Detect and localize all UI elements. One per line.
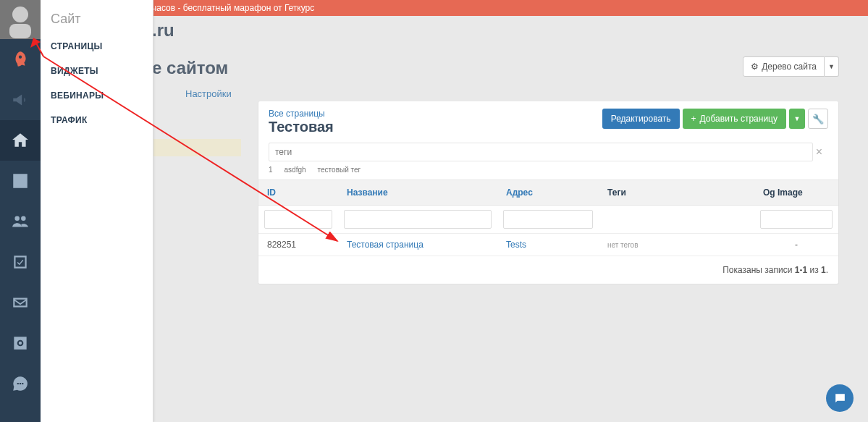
submenu-item-widgets[interactable]: ВИДЖЕТЫ <box>41 59 153 83</box>
submenu-site: Сайт СТРАНИЦЫ ВИДЖЕТЫ ВЕБИНАРЫ ТРАФИК <box>41 0 153 422</box>
tag-chip[interactable]: тестовый тег <box>318 166 361 174</box>
wrench-button[interactable]: 🔧 <box>808 109 828 129</box>
submenu-item-pages[interactable]: СТРАНИЦЫ <box>41 34 153 59</box>
add-page-dropdown[interactable]: ▼ <box>789 109 805 129</box>
add-page-button[interactable]: +Добавить страницу <box>683 109 786 129</box>
page-title: е сайтом <box>152 58 228 78</box>
tag-suggestions: 1 asdfgh тестовый тег <box>269 166 828 174</box>
submenu-item-webinars[interactable]: ВЕБИНАРЫ <box>41 83 153 108</box>
nav-rocket-icon[interactable] <box>0 39 41 80</box>
panel-title: Тестовая <box>269 119 334 135</box>
brand-suffix: .ru <box>152 20 174 41</box>
tags-clear-icon[interactable]: × <box>816 145 822 159</box>
col-tags: Теги <box>599 180 754 206</box>
tags-input[interactable] <box>269 143 813 161</box>
site-tree-label: Дерево сайта <box>762 62 817 72</box>
filter-address-input[interactable] <box>503 210 593 229</box>
nav-users-icon[interactable] <box>0 201 41 242</box>
col-name[interactable]: Название <box>338 180 497 206</box>
col-address[interactable]: Адрес <box>497 180 599 206</box>
cell-id: 828251 <box>258 234 338 256</box>
add-page-label: Добавить страницу <box>700 114 778 124</box>
gear-icon: ⚙ <box>751 62 759 72</box>
tag-chip[interactable]: asdfgh <box>285 166 306 174</box>
table-row: 828251 Тестовая страница Tests нет тегов… <box>258 234 838 256</box>
nav-mail-icon[interactable] <box>0 282 41 323</box>
breadcrumb-all-pages[interactable]: Все страницы <box>269 109 334 119</box>
pages-table: ID Название Адрес Теги Og Image 828251 Т… <box>258 180 838 256</box>
site-tree-button-group: ⚙Дерево сайта ▼ <box>743 56 839 77</box>
filter-og-input[interactable] <box>760 210 833 229</box>
iconbar <box>0 0 41 422</box>
tag-chip[interactable]: 1 <box>269 166 273 174</box>
nav-chart-icon[interactable] <box>0 161 41 201</box>
nav-home-icon[interactable] <box>0 120 41 161</box>
submenu-item-traffic[interactable]: ТРАФИК <box>41 108 153 132</box>
tab-settings[interactable]: Настройки <box>185 88 232 99</box>
nav-chat-icon[interactable] <box>0 363 41 404</box>
user-avatar[interactable] <box>0 0 41 39</box>
cell-og: - <box>754 234 838 256</box>
col-id[interactable]: ID <box>258 180 338 206</box>
cell-address-link[interactable]: Tests <box>506 240 526 250</box>
chat-fab[interactable] <box>826 384 854 412</box>
nav-checkbox-icon[interactable] <box>0 242 41 282</box>
pages-panel: Все страницы Тестовая Редактировать +Доб… <box>258 101 839 284</box>
submenu-title: Сайт <box>41 12 153 34</box>
cell-no-tags: нет тегов <box>607 241 638 249</box>
filter-id-input[interactable] <box>264 210 332 229</box>
nav-settings-box-icon[interactable] <box>0 323 41 363</box>
col-og-image: Og Image <box>754 180 838 206</box>
nav-megaphone-icon[interactable] <box>0 80 41 120</box>
cell-name-link[interactable]: Тестовая страница <box>347 240 424 250</box>
edit-button[interactable]: Редактировать <box>602 109 680 129</box>
records-count: Показаны записи 1-1 из 1. <box>258 256 838 284</box>
plus-icon: + <box>691 114 696 124</box>
site-tree-dropdown[interactable]: ▼ <box>825 56 839 77</box>
filter-name-input[interactable] <box>344 210 492 229</box>
site-tree-button[interactable]: ⚙Дерево сайта <box>743 56 825 77</box>
